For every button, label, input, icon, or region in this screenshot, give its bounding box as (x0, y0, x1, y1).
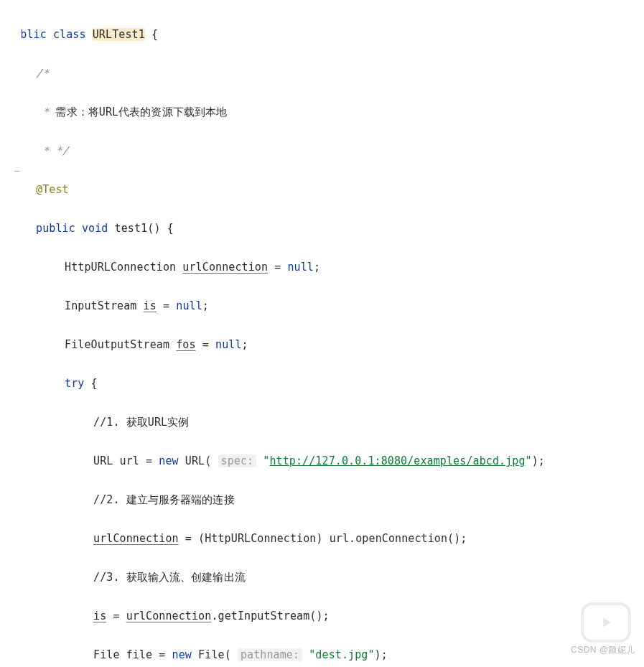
param-hint: pathname: (238, 648, 302, 661)
code-line: File file = new File( pathname: "dest.jp… (7, 645, 644, 665)
code-line: /* (7, 64, 644, 83)
play-overlay-icon[interactable] (581, 602, 631, 643)
code-line: InputStream is = null; (7, 297, 644, 316)
code-line: HttpURLConnection urlConnection = null; (7, 258, 644, 277)
code-line: //1. 获取URL实例 (7, 413, 644, 432)
code-line: //2. 建立与服务器端的连接 (7, 490, 644, 510)
class-name-highlight: URLTest1 (93, 28, 145, 41)
code-line: FileOutputStream fos = null; (7, 335, 644, 355)
code-editor[interactable]: public class URLTest1 { /* * 需求：将URL代表的资… (0, 0, 644, 667)
code-line: try { (7, 374, 644, 393)
code-line: URL url = new URL( spec: "http://127.0.0… (7, 452, 644, 471)
watermark-text: CSDN @颜妮儿 (571, 640, 635, 660)
code-line: //3. 获取输入流、创建输出流 (7, 568, 644, 587)
fold-marker[interactable]: – (14, 162, 19, 181)
code-line: @Test (7, 180, 644, 200)
code-line: * */ (7, 141, 644, 161)
code-line: is = urlConnection.getInputStream(); (7, 607, 644, 626)
param-hint: spec: (218, 454, 257, 467)
editor-gutter: – (0, 0, 22, 667)
code-line: public class URLTest1 { (7, 25, 644, 45)
code-line: public void test1() { (7, 219, 644, 238)
code-line: * 需求：将URL代表的资源下载到本地 (7, 103, 644, 122)
code-line: urlConnection = (HttpURLConnection) url.… (7, 529, 644, 549)
